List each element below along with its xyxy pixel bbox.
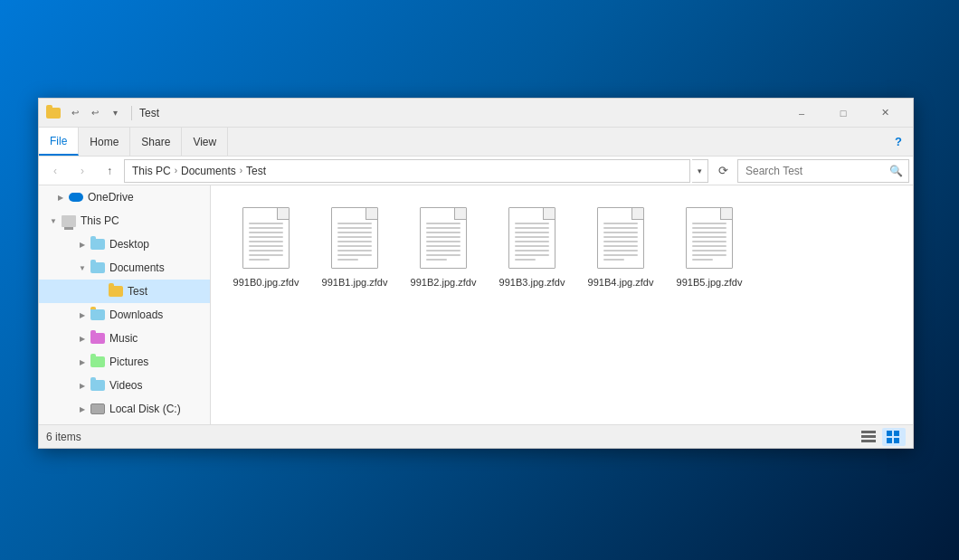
file-item[interactable]: 991B3.jpg.zfdv [491, 200, 573, 296]
breadcrumb-this-pc[interactable]: This PC [132, 165, 171, 177]
sidebar-item-local-disk[interactable]: ▶ Local Disk (C:) [39, 397, 210, 421]
address-path[interactable]: This PC › Documents › Test [124, 159, 690, 183]
sidebar-label-onedrive: OneDrive [88, 191, 134, 204]
search-input[interactable] [745, 165, 887, 177]
desktop-folder-icon [90, 237, 106, 252]
breadcrumb-documents[interactable]: Documents [181, 165, 236, 177]
breadcrumb-test[interactable]: Test [246, 165, 266, 177]
breadcrumb-sep-1: › [175, 166, 177, 176]
view-buttons [857, 428, 906, 446]
file-name-2: 991B2.jpg.zfdv [411, 276, 477, 289]
svg-rect-1 [861, 435, 876, 438]
quick-access-dropdown[interactable]: ▾ [106, 104, 124, 122]
tab-home[interactable]: Home [79, 128, 130, 156]
file-area: 991B0.jpg.zfdv [211, 185, 913, 424]
expand-arrow-downloads: ▶ [75, 308, 90, 322]
svg-rect-2 [861, 440, 876, 442]
svg-rect-0 [861, 431, 876, 433]
help-button[interactable]: ? [884, 128, 913, 156]
expand-arrow-documents: ▼ [75, 261, 90, 275]
address-bar: ‹ › ↑ This PC › Documents › Test ▾ ⟳ 🔍 [39, 157, 913, 185]
videos-folder-icon [90, 378, 106, 393]
file-name-4: 991B4.jpg.zfdv [588, 276, 654, 289]
refresh-button[interactable]: ⟳ [710, 159, 736, 183]
file-name-5: 991B5.jpg.zfdv [677, 276, 743, 289]
sidebar-item-downloads[interactable]: ▶ Downloads [39, 303, 210, 327]
sidebar-label-test: Test [128, 285, 147, 298]
expand-arrow-desktop: ▶ [75, 237, 90, 252]
item-count: 6 items [46, 431, 857, 443]
sidebar-label-this-pc: This PC [81, 214, 119, 227]
quick-access-undo[interactable]: ↩ [66, 104, 84, 122]
test-folder-icon [108, 284, 124, 299]
documents-folder-icon [90, 261, 106, 275]
ribbon-spacer [228, 128, 884, 156]
sidebar-item-pictures[interactable]: ▶ Pictures [39, 350, 210, 374]
file-name-3: 991B3.jpg.zfdv [499, 276, 565, 289]
file-grid: 991B0.jpg.zfdv [225, 200, 898, 296]
search-box[interactable]: 🔍 [737, 159, 909, 183]
svg-rect-3 [887, 431, 892, 436]
sidebar-item-music[interactable]: ▶ Music [39, 327, 210, 350]
sidebar-label-videos: Videos [109, 379, 142, 392]
minimize-button[interactable]: – [781, 99, 822, 128]
sidebar-label-documents: Documents [109, 261, 165, 274]
sidebar: ▶ OneDrive ▼ This PC ▶ Deskto [39, 185, 211, 424]
details-view-icon [861, 431, 876, 443]
file-item[interactable]: 991B2.jpg.zfdv [403, 200, 484, 296]
quick-access-properties[interactable]: ↩ [86, 104, 104, 122]
expand-arrow-videos: ▶ [75, 378, 90, 393]
expand-arrow-local-disk: ▶ [75, 402, 90, 416]
search-icon[interactable]: 🔍 [887, 162, 905, 180]
explorer-window: ↩ ↩ ▾ Test – □ ✕ File Home Share View ? … [38, 98, 914, 449]
view-details-button[interactable] [857, 428, 880, 446]
expand-arrow-this-pc: ▼ [46, 214, 61, 228]
sidebar-item-documents[interactable]: ▼ Documents [39, 256, 210, 280]
quick-access-toolbar: ↩ ↩ ▾ [66, 104, 124, 122]
view-large-icons-button[interactable] [882, 428, 906, 446]
sidebar-item-this-pc[interactable]: ▼ This PC [39, 209, 210, 233]
onedrive-icon [68, 190, 84, 204]
expand-arrow: ▶ [53, 190, 68, 204]
sidebar-label-local-disk: Local Disk (C:) [109, 403, 181, 415]
status-bar: 6 items [39, 424, 913, 448]
downloads-folder-icon [90, 308, 106, 322]
sidebar-item-onedrive[interactable]: ▶ OneDrive [39, 185, 210, 209]
file-item[interactable]: 991B0.jpg.zfdv [225, 200, 307, 296]
back-button[interactable]: ‹ [43, 159, 68, 183]
sidebar-item-test[interactable]: Test [39, 280, 210, 303]
sidebar-item-videos[interactable]: ▶ Videos [39, 374, 210, 397]
window-controls: – □ ✕ [781, 99, 906, 128]
breadcrumb-sep-2: › [240, 166, 242, 176]
tab-view[interactable]: View [182, 128, 228, 156]
music-folder-icon [90, 331, 106, 346]
file-item[interactable]: 991B1.jpg.zfdv [314, 200, 395, 296]
ribbon: File Home Share View ? [39, 128, 913, 157]
up-button[interactable]: ↑ [97, 159, 122, 183]
sidebar-item-desktop[interactable]: ▶ Desktop [39, 233, 210, 256]
title-bar-folder-icon [46, 106, 61, 120]
maximize-button[interactable]: □ [822, 99, 864, 128]
svg-rect-6 [894, 438, 899, 443]
file-item[interactable]: 991B4.jpg.zfdv [580, 200, 661, 296]
file-icon-2 [416, 207, 470, 272]
expand-arrow-pictures: ▶ [75, 355, 90, 369]
address-dropdown[interactable]: ▾ [692, 159, 708, 183]
main-content: ▶ OneDrive ▼ This PC ▶ Deskto [39, 185, 913, 424]
file-icon-0 [239, 207, 293, 272]
expand-arrow-music: ▶ [75, 331, 90, 346]
this-pc-icon [61, 214, 77, 228]
local-disk-icon [90, 402, 106, 416]
svg-rect-4 [894, 431, 899, 436]
large-icons-view-icon [887, 431, 901, 443]
forward-button[interactable]: › [70, 159, 95, 183]
file-item[interactable]: 991B5.jpg.zfdv [669, 200, 750, 296]
close-button[interactable]: ✕ [864, 99, 906, 128]
sidebar-label-pictures: Pictures [109, 356, 148, 368]
tab-share[interactable]: Share [130, 128, 182, 156]
svg-rect-5 [887, 438, 892, 443]
file-icon-5 [682, 207, 736, 272]
expand-arrow-test [93, 284, 108, 299]
tab-file[interactable]: File [39, 128, 79, 156]
file-name-1: 991B1.jpg.zfdv [322, 276, 388, 289]
